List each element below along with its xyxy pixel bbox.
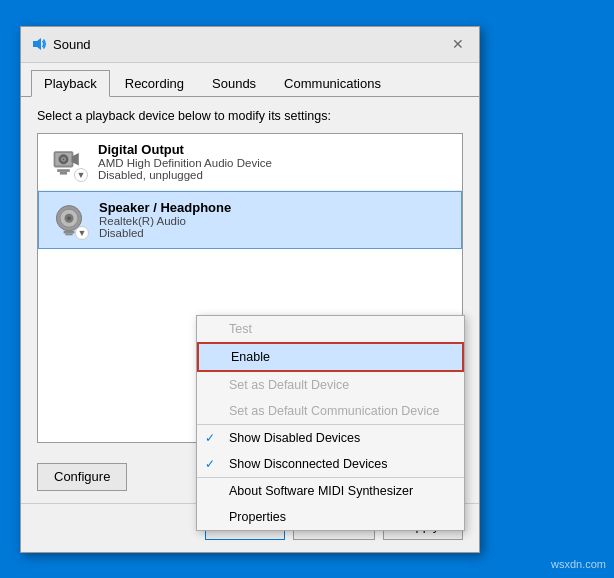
sound-dialog: Sound ✕ Playback Recording Sounds Commun…	[20, 26, 480, 553]
tab-content: Select a playback device below to modify…	[21, 97, 479, 455]
tab-recording[interactable]: Recording	[112, 70, 197, 97]
svg-rect-13	[64, 230, 75, 233]
svg-point-7	[63, 158, 65, 160]
device-status-1: Disabled, unplugged	[98, 169, 272, 181]
device-info-1: Digital Output AMD High Definition Audio…	[98, 142, 272, 181]
device-icon-digital-output: ▼	[48, 142, 88, 182]
context-item-set-default[interactable]: Set as Default Device	[197, 372, 464, 398]
context-item-properties[interactable]: Properties	[197, 504, 464, 530]
sound-icon	[31, 36, 47, 52]
device-status-2: Disabled	[99, 227, 231, 239]
device-desc-1: AMD High Definition Audio Device	[98, 157, 272, 169]
down-arrow-badge-1: ▼	[74, 168, 88, 182]
title-bar-left: Sound	[31, 36, 91, 52]
context-item-enable[interactable]: Enable	[197, 342, 464, 372]
context-item-show-disconnected[interactable]: ✓ Show Disconnected Devices	[197, 451, 464, 477]
context-item-about-midi[interactable]: About Software MIDI Synthesizer	[197, 477, 464, 504]
close-button[interactable]: ✕	[447, 33, 469, 55]
device-item-digital-output[interactable]: ▼ Digital Output AMD High Definition Aud…	[38, 134, 462, 191]
tab-playback[interactable]: Playback	[31, 70, 110, 97]
context-item-show-disabled[interactable]: ✓ Show Disabled Devices	[197, 424, 464, 451]
title-bar: Sound ✕	[21, 27, 479, 63]
svg-rect-4	[60, 171, 67, 174]
device-name-1: Digital Output	[98, 142, 272, 157]
dialog-title: Sound	[53, 37, 91, 52]
tab-communications[interactable]: Communications	[271, 70, 394, 97]
device-info-2: Speaker / Headphone Realtek(R) Audio Dis…	[99, 200, 231, 239]
svg-rect-14	[65, 233, 72, 235]
device-item-speaker[interactable]: ▼ Speaker / Headphone Realtek(R) Audio D…	[38, 191, 462, 249]
down-arrow-badge-2: ▼	[75, 226, 89, 240]
check-mark-disconnected: ✓	[205, 457, 215, 471]
device-name-2: Speaker / Headphone	[99, 200, 231, 215]
svg-marker-0	[33, 38, 41, 50]
context-menu: Test Enable Set as Default Device Set as…	[196, 315, 465, 531]
svg-rect-3	[57, 169, 70, 172]
check-mark-disabled: ✓	[205, 431, 215, 445]
watermark: wsxdn.com	[551, 558, 606, 570]
configure-button[interactable]: Configure	[37, 463, 127, 491]
context-item-test[interactable]: Test	[197, 316, 464, 342]
context-item-set-default-comm[interactable]: Set as Default Communication Device	[197, 398, 464, 424]
tab-sounds[interactable]: Sounds	[199, 70, 269, 97]
instruction-text: Select a playback device below to modify…	[37, 109, 463, 123]
device-desc-2: Realtek(R) Audio	[99, 215, 231, 227]
device-icon-speaker: ▼	[49, 200, 89, 240]
svg-point-12	[67, 216, 71, 220]
tabs-container: Playback Recording Sounds Communications	[21, 63, 479, 97]
